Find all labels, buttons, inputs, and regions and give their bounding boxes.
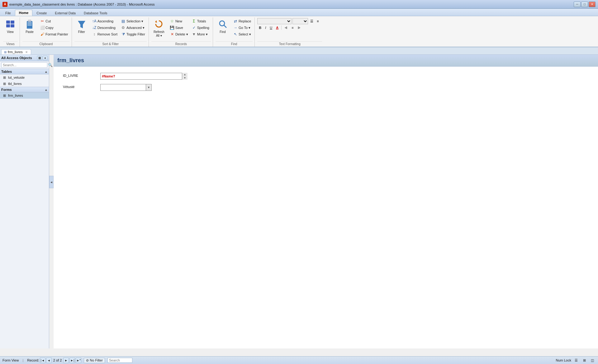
window-controls: ─ □ ✕	[574, 2, 596, 7]
tab-external-data[interactable]: External Data	[51, 10, 80, 16]
id-livre-scroll-up[interactable]: ▲	[182, 73, 187, 76]
align-left-button[interactable]: ⫷	[283, 25, 289, 30]
filter-button[interactable]: Filter	[74, 18, 89, 35]
underline-button[interactable]: U	[268, 25, 274, 30]
nav-pane-header: All Access Objects ⊞ «	[0, 55, 49, 61]
svg-marker-9	[78, 21, 85, 28]
nav-item-tbl-livres[interactable]: ⊞ tbl_livres	[0, 81, 49, 87]
toggle-filter-button[interactable]: ⧩ Toggle Filter	[120, 31, 147, 37]
id-livre-scroll-down[interactable]: ▼	[182, 76, 187, 80]
descending-label: Descending	[97, 26, 116, 30]
prev-record-button[interactable]: ◄	[46, 357, 52, 363]
tab-icon: ⊞	[4, 50, 7, 54]
nav-collapse-button[interactable]: «	[43, 56, 48, 60]
window-title: exemple_data_base_classement des livres …	[9, 2, 155, 6]
form-view-button[interactable]: ☰	[573, 357, 579, 363]
list-bullets-button[interactable]: ☰	[309, 18, 315, 24]
status-search-input[interactable]	[107, 358, 132, 363]
vetuste-input-container: ▼	[100, 84, 152, 91]
minimize-button[interactable]: ─	[574, 2, 581, 7]
cut-icon: ✂	[40, 19, 45, 23]
replace-button[interactable]: ⇄ Replace	[232, 18, 253, 24]
numbered-list-button[interactable]: ≡	[316, 18, 320, 24]
id-livre-input[interactable]	[100, 73, 187, 80]
forms-section-header[interactable]: Forms ▲	[0, 87, 49, 92]
font-size-dropdown[interactable]	[292, 18, 308, 24]
copy-icon: ⬜	[40, 26, 45, 30]
go-to-button[interactable]: → Go To ▾	[232, 25, 253, 31]
filter-status-button[interactable]: ⊘ No Filter	[84, 358, 105, 363]
remove-sort-button[interactable]: ↕ Remove Sort	[91, 31, 119, 37]
select-label: Select ▾	[239, 32, 251, 36]
nav-item-lut-vetuste[interactable]: ⊞ lut_vetuste	[0, 74, 49, 81]
nav-search-button[interactable]: 🔍	[48, 62, 53, 68]
new-record-nav-button[interactable]: ►*	[76, 357, 81, 363]
refresh-all-button[interactable]: RefreshAll ▾	[151, 18, 167, 39]
tab-create[interactable]: Create	[32, 10, 51, 16]
select-button[interactable]: ↖ Select ▾	[232, 31, 253, 37]
ribbon-group-text-formatting: ☰ ≡ B I U A ⫷ ≡ ⫸ Text Formatting	[255, 17, 324, 47]
svg-rect-6	[27, 22, 32, 23]
new-record-button[interactable]: ☆ New	[168, 18, 190, 24]
form-title: frm_livres	[57, 57, 594, 64]
tables-section-header[interactable]: Tables ▲	[0, 69, 49, 74]
record-prefix: Record:	[27, 358, 39, 362]
forms-section-title: Forms	[1, 88, 12, 91]
tab-file[interactable]: File	[1, 10, 15, 16]
doc-tab-frm-livres[interactable]: ⊞ frm_livres ✕	[1, 49, 31, 54]
ribbon-tab-bar: File Home Create External Data Database …	[0, 9, 598, 16]
next-record-button[interactable]: ►	[63, 357, 69, 363]
close-button[interactable]: ✕	[589, 2, 596, 7]
delete-button[interactable]: ✕ Delete ▾	[168, 31, 190, 37]
font-name-dropdown[interactable]	[257, 18, 292, 24]
ascending-label: Ascending	[97, 19, 113, 23]
cut-button[interactable]: ✂ Cut	[39, 18, 70, 24]
format-painter-button[interactable]: 🖌 Format Painter	[39, 31, 70, 37]
layout-view-button[interactable]: ◫	[589, 357, 596, 363]
vetuste-dropdown-arrow[interactable]: ▼	[146, 84, 151, 91]
datasheet-view-button[interactable]: ⊞	[581, 357, 587, 363]
italic-button[interactable]: I	[263, 25, 268, 30]
new-icon: ☆	[170, 19, 174, 23]
nav-item-tbl-livres-label: tbl_livres	[8, 82, 21, 86]
more-button[interactable]: ▼ More ▾	[190, 31, 211, 37]
last-record-button[interactable]: ►|	[69, 357, 75, 363]
descending-button[interactable]: ↓Z Descending	[91, 25, 119, 31]
align-right-button[interactable]: ⫸	[296, 25, 302, 30]
totals-button[interactable]: Σ Totals	[190, 18, 211, 24]
tab-database-tools[interactable]: Database Tools	[80, 10, 112, 16]
bold-button[interactable]: B	[257, 25, 263, 30]
goto-icon: →	[233, 26, 238, 30]
view-label: View	[7, 30, 14, 34]
vetuste-dropdown[interactable]: ▼	[100, 84, 152, 91]
ascending-button[interactable]: ↑A Ascending	[91, 18, 119, 24]
copy-button[interactable]: ⬜ Copy	[39, 25, 70, 31]
nav-search-input[interactable]	[1, 62, 47, 68]
nav-search-toggle[interactable]: ⊞	[37, 56, 42, 60]
svg-rect-1	[11, 21, 14, 24]
align-center-button[interactable]: ≡	[290, 25, 295, 30]
hide-pane-button[interactable]: ◄	[49, 176, 54, 188]
view-button[interactable]: View	[3, 18, 17, 35]
spelling-button[interactable]: ✓ Spelling	[190, 25, 211, 31]
view-icon	[5, 20, 15, 30]
find-icon	[218, 20, 228, 30]
nav-item-frm-livres[interactable]: ⊞ frm_livres	[0, 92, 49, 99]
clipboard-group-label: Clipboard	[22, 41, 70, 46]
paste-button[interactable]: Paste	[22, 18, 37, 35]
save-button[interactable]: 💾 Save	[168, 25, 190, 31]
forms-section-toggle: ▲	[45, 88, 48, 91]
advanced-button[interactable]: ⚙ Advanced ▾	[120, 25, 147, 31]
maximize-button[interactable]: □	[581, 2, 588, 7]
app-icon: A	[2, 2, 7, 7]
find-label: Find	[220, 30, 225, 34]
first-record-button[interactable]: |◄	[40, 357, 45, 363]
tab-close-button[interactable]: ✕	[25, 50, 28, 54]
find-button[interactable]: Find	[216, 18, 230, 35]
paste-icon	[25, 20, 35, 30]
tab-home[interactable]: Home	[15, 10, 33, 16]
selection-button[interactable]: ▤ Selection ▾	[120, 18, 147, 24]
svg-rect-8	[27, 25, 32, 26]
font-color-button[interactable]: A	[274, 25, 280, 30]
svg-rect-7	[27, 24, 32, 24]
